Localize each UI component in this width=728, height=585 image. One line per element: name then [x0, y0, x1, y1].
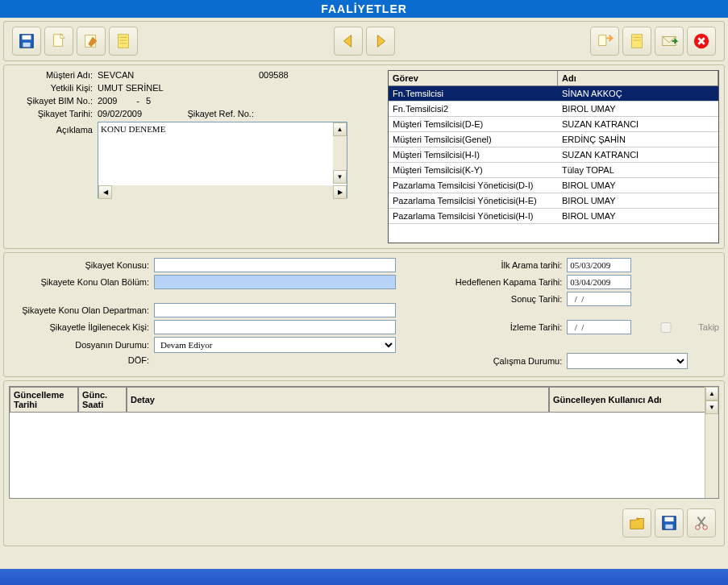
- dept-input[interactable]: [154, 303, 396, 317]
- target-close-input[interactable]: [567, 275, 631, 289]
- work-status-select[interactable]: [567, 353, 688, 369]
- status-select[interactable]: Devam Ediyor: [154, 337, 396, 353]
- prev-button[interactable]: [334, 27, 363, 56]
- edit-button[interactable]: [77, 27, 106, 56]
- bim-no: 5: [146, 96, 151, 106]
- roles-row[interactable]: Fn.Temsilcisi2BIROL UMAY: [389, 102, 718, 117]
- close-button[interactable]: [687, 27, 716, 56]
- roles-row[interactable]: Pazarlama Temsilcisi Yöneticisi(H-I)BIRO…: [389, 209, 718, 224]
- track-checkbox[interactable]: [634, 322, 698, 333]
- detail-open-button[interactable]: [622, 508, 651, 537]
- subject-label: Şikayet Konusu:: [9, 260, 154, 270]
- mid-panel: Şikayet Konusu: Şikayete Konu Olan Bölüm…: [3, 252, 725, 377]
- contact-name: UMUT SERİNEL: [98, 83, 164, 93]
- complaint-date-label: Şikayet Tarihi:: [9, 109, 98, 118]
- svg-rect-9: [599, 35, 606, 46]
- svg-rect-16: [665, 517, 674, 522]
- customer-name-label: Müşteri Adı:: [9, 70, 98, 80]
- ref-label: Şikayet Ref. No.:: [170, 109, 259, 118]
- track-date-label: İzleme Tarihi:: [431, 322, 567, 332]
- taskbar: [0, 569, 728, 585]
- svg-rect-10: [632, 35, 643, 48]
- new-button[interactable]: [44, 27, 73, 56]
- updates-grid-header: Güncelleme Tarihi Günc. Saati Detay Günc…: [10, 387, 718, 413]
- track-chk-label: Takip: [698, 322, 719, 332]
- export-button[interactable]: [590, 27, 619, 56]
- bim-year: 2009: [98, 96, 130, 106]
- svg-rect-17: [665, 525, 672, 529]
- work-status-label: Çalışma Durumu:: [431, 356, 567, 366]
- roles-row[interactable]: Pazarlama Temsilcisi Yöneticisi(D-I)BIRO…: [389, 178, 718, 193]
- result-date-label: Sonuç Tarihi:: [431, 294, 567, 304]
- subject-input[interactable]: [154, 258, 396, 272]
- col-update-date: Güncelleme Tarihi: [10, 387, 78, 413]
- roles-grid[interactable]: Görev Adı Fn.TemsilcisiSİNAN AKKOÇFn.Tem…: [388, 70, 719, 243]
- desc-label: Açıklama: [9, 122, 98, 135]
- bim-sep: -: [130, 96, 146, 106]
- dof-label: DÖF:: [9, 355, 154, 365]
- roles-row[interactable]: Müşteri Temsilcisi(K-Y)Tülay TOPAL: [389, 163, 718, 178]
- target-close-label: Hedeflenen Kapama Tarihi:: [431, 277, 567, 287]
- roles-row[interactable]: Müşteri Temsilcisi(H-I)SUZAN KATRANCI: [389, 147, 718, 163]
- roles-row[interactable]: Fn.TemsilcisiSİNAN AKKOÇ: [389, 86, 718, 102]
- track-date-input[interactable]: [567, 320, 631, 334]
- updates-scrollbar[interactable]: ▲▼: [705, 387, 718, 498]
- list-button[interactable]: [622, 27, 651, 56]
- mail-button[interactable]: [655, 27, 684, 56]
- roles-grid-header: Görev Adı: [389, 71, 718, 86]
- result-date-input[interactable]: [567, 292, 631, 306]
- updates-grid[interactable]: Güncelleme Tarihi Günc. Saati Detay Günc…: [9, 386, 719, 499]
- svg-rect-5: [119, 35, 129, 48]
- svg-rect-1: [23, 35, 31, 40]
- col-user: Güncelleyen Kullanıcı Adı: [549, 387, 718, 413]
- save-button[interactable]: [12, 27, 41, 56]
- roles-row[interactable]: Müşteri Temsilcisi(D-E)SUZAN KATRANCI: [389, 117, 718, 132]
- person-label: Şikayetle İlgilenecek Kişi:: [9, 322, 154, 332]
- window-title: FAALİYETLER: [0, 0, 728, 18]
- detail-save-button[interactable]: [655, 508, 684, 537]
- detail-cut-button[interactable]: [687, 508, 716, 537]
- col-update-time: Günc. Saati: [78, 387, 127, 413]
- next-button[interactable]: [366, 27, 395, 56]
- first-call-input[interactable]: [567, 258, 631, 272]
- svg-rect-2: [23, 43, 30, 48]
- desc-hscroll[interactable]: ◀▶: [98, 185, 347, 199]
- contact-label: Yetkili Kişi:: [9, 83, 98, 93]
- desc-vscroll[interactable]: ▲▼: [333, 122, 347, 184]
- col-adi: Adı: [558, 71, 718, 85]
- person-input[interactable]: [154, 320, 396, 334]
- section-label: Şikayete Konu Olan Bölüm:: [9, 277, 154, 287]
- customer-name: SEVCAN: [98, 70, 259, 80]
- bottom-panel: Güncelleme Tarihi Günc. Saati Detay Günc…: [3, 380, 725, 546]
- roles-row[interactable]: Müşteri Temsilcisi(Genel)ERDİNÇ ŞAHİN: [389, 132, 718, 147]
- note-button[interactable]: [109, 27, 138, 56]
- complaint-date: 09/02/2009: [98, 109, 170, 118]
- col-detail: Detay: [127, 387, 549, 413]
- col-gorev: Görev: [389, 71, 558, 85]
- status-label: Dosyanın Durumu:: [9, 340, 154, 350]
- first-call-label: İlk Arama tarihi:: [431, 260, 567, 270]
- main-toolbar: [3, 21, 725, 61]
- roles-row[interactable]: Pazarlama Temsilcisi Yöneticisi(H-E)BIRO…: [389, 193, 718, 209]
- dept-label: Şikayete Konu Olan Departman:: [9, 305, 154, 315]
- top-panel: Müşteri Adı:SEVCAN009588 Yetkili Kişi:UM…: [3, 64, 725, 249]
- customer-code: 009588: [259, 70, 289, 80]
- bim-label: Şikayet BIM No.:: [9, 96, 98, 106]
- section-input[interactable]: [154, 275, 396, 289]
